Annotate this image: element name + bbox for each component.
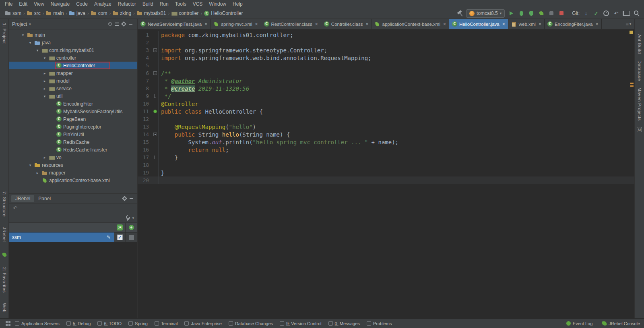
breadcrumb-item-zking[interactable]: zking: [111, 10, 132, 17]
layout-icon[interactable]: [623, 10, 630, 17]
tab-jrebel[interactable]: JRebel: [11, 195, 34, 202]
tree-item-rediscachetransfer[interactable]: CRedisCacheTransfer: [9, 146, 137, 154]
status-item-5-debug[interactable]: 5: Debug: [66, 321, 91, 326]
editor-tab-restcontroller-class[interactable]: CRestController.class×: [261, 19, 321, 29]
scrollbar-warning-mark[interactable]: [630, 83, 634, 84]
vcs-commit-icon[interactable]: ✓: [592, 10, 600, 17]
project-view-selector[interactable]: Project ▾: [12, 21, 31, 27]
tab-panel[interactable]: Panel: [34, 195, 55, 202]
tree-item-mapper[interactable]: ▸mapper: [9, 169, 137, 176]
edit-icon[interactable]: ✎: [107, 235, 111, 240]
stop-button[interactable]: [558, 10, 565, 17]
chevron-down-icon[interactable]: ▾: [27, 41, 33, 45]
editor-tab-encodingfiter-java[interactable]: CEncodingFiter.java×: [545, 19, 602, 29]
close-icon[interactable]: ×: [539, 21, 541, 27]
code-line-9[interactable]: 9 */: [138, 92, 634, 100]
tab-list-icon[interactable]: ≡▾: [622, 19, 634, 29]
menu-item-view[interactable]: View: [31, 0, 47, 8]
chevron-right-icon[interactable]: ▸: [35, 171, 40, 175]
fold-end-icon[interactable]: [152, 154, 159, 161]
chevron-right-icon[interactable]: ▸: [42, 79, 47, 83]
menu-item-refactor[interactable]: Refactor: [115, 0, 139, 8]
locate-icon[interactable]: [108, 22, 112, 26]
tree-item-controller[interactable]: ▾controller: [9, 54, 137, 62]
chevron-down-icon[interactable]: ▾: [20, 33, 26, 37]
tree-item-main[interactable]: ▾main: [9, 31, 137, 39]
chevron-down-icon[interactable]: ▾: [42, 56, 47, 60]
menu-item-edit[interactable]: Edit: [16, 0, 31, 8]
code-line-11[interactable]: 11public class HelloController {: [138, 108, 634, 115]
breadcrumb-item-mybatis01[interactable]: mybatis01: [136, 10, 167, 17]
close-icon[interactable]: ×: [255, 21, 258, 27]
tree-item-rediscache[interactable]: CRedisCache: [9, 138, 137, 146]
breadcrumb-item-java[interactable]: java: [68, 10, 87, 17]
menu-item-analyze[interactable]: Analyze: [91, 0, 115, 8]
code-line-15[interactable]: 15 System.out.println("hello spring mvc …: [138, 138, 634, 146]
status-item-application-servers[interactable]: Application Servers: [15, 321, 60, 326]
fold-minus-icon[interactable]: [152, 131, 159, 138]
menu-item-navigate[interactable]: Navigate: [47, 0, 73, 8]
hide-panel-icon[interactable]: [129, 24, 132, 25]
fold-minus-icon[interactable]: [152, 46, 159, 54]
code-line-1[interactable]: 1package com.zking.mybatis01.controller;: [138, 31, 634, 39]
menu-item-build[interactable]: Build: [139, 0, 157, 8]
close-icon[interactable]: ×: [443, 21, 446, 27]
code-line-3[interactable]: 3import org.springframework.stereotype.C…: [138, 46, 634, 54]
spring-bean-icon[interactable]: [152, 108, 159, 115]
chevron-down-icon[interactable]: ▾: [35, 48, 40, 52]
editor-tab-newsserviceimpltest-java[interactable]: CNewsServiceImplTest.java×: [138, 19, 211, 29]
jrebel-column-reload[interactable]: [114, 223, 125, 232]
code-line-6[interactable]: 6/**: [138, 69, 634, 77]
breadcrumb-item-hellocontroller[interactable]: CHelloController: [203, 10, 244, 17]
tree-item-pagebean[interactable]: CPageBean: [9, 115, 137, 123]
vcs-update-icon[interactable]: ↓: [582, 10, 590, 17]
tree-item-pinyinutil[interactable]: CPinYinUtil: [9, 131, 137, 138]
chevron-right-icon[interactable]: ▸: [42, 71, 47, 75]
close-icon[interactable]: ×: [204, 21, 207, 27]
tree-item-model[interactable]: ▸model: [9, 77, 137, 85]
gear-icon[interactable]: [123, 197, 126, 200]
code-line-5[interactable]: 5: [138, 62, 634, 69]
code-line-13[interactable]: 13 @RequestMapping("hello"): [138, 123, 634, 131]
tree-item-java[interactable]: ▾java: [9, 39, 137, 46]
tool-button-maven-projects[interactable]: Maven Projects: [637, 87, 642, 121]
status-item-6-todo[interactable]: 6: TODO: [97, 321, 122, 326]
search-icon[interactable]: [633, 10, 640, 17]
chevron-right-icon[interactable]: ▸: [42, 87, 47, 91]
status-item-spring[interactable]: Spring: [128, 321, 148, 326]
code-line-19[interactable]: 19}: [138, 169, 634, 176]
menu-item-code[interactable]: Code: [73, 0, 91, 8]
inspection-status-icon[interactable]: [630, 31, 633, 34]
breadcrumb-item-main[interactable]: main: [45, 10, 65, 17]
status-item-0-messages[interactable]: 0: Messages: [328, 321, 360, 326]
menu-item-tools[interactable]: Tools: [172, 0, 190, 8]
tool-button-jrebel[interactable]: JRebel: [2, 227, 7, 242]
code-line-7[interactable]: 7 * @author Administrator: [138, 77, 634, 85]
toolwindow-switcher-icon[interactable]: [6, 321, 8, 323]
code-line-18[interactable]: 18: [138, 161, 634, 169]
run-button[interactable]: [508, 10, 515, 17]
jrebel-row-name-cell[interactable]: ssm✎: [9, 233, 114, 242]
code-line-16[interactable]: 16 return null;: [138, 146, 634, 154]
status-item-jrebel-console[interactable]: JRebel Console: [602, 321, 640, 326]
editor-tab-controller-class[interactable]: CController.class×: [321, 19, 372, 29]
gear-icon[interactable]: [122, 22, 126, 26]
tree-item-service[interactable]: ▸service: [9, 85, 137, 92]
build-icon[interactable]: [456, 10, 463, 17]
tool-button-web[interactable]: Web: [2, 303, 7, 313]
status-item-java-enterprise[interactable]: Java Enterprise: [184, 321, 221, 326]
code-line-17[interactable]: 17 }: [138, 154, 634, 161]
breadcrumb-item-src[interactable]: src: [26, 10, 42, 17]
tool-button-7-structure[interactable]: 7: Structure: [2, 191, 7, 217]
chevron-down-icon[interactable]: ▾: [42, 94, 47, 98]
menu-item-help[interactable]: Help: [229, 0, 246, 8]
tree-item-util[interactable]: ▾util: [9, 92, 137, 100]
wrench-icon[interactable]: [125, 215, 131, 221]
chevron-right-icon[interactable]: ▸: [42, 156, 47, 160]
tree-item-vo[interactable]: ▸vo: [9, 154, 137, 161]
fold-end-icon[interactable]: [152, 92, 159, 100]
status-item-terminal[interactable]: Terminal: [155, 321, 178, 326]
tool-button-ant-build[interactable]: Ant Build: [637, 34, 642, 54]
tree-item-hellocontroller[interactable]: CHelloController: [9, 62, 137, 69]
coverage-button[interactable]: [528, 10, 535, 17]
